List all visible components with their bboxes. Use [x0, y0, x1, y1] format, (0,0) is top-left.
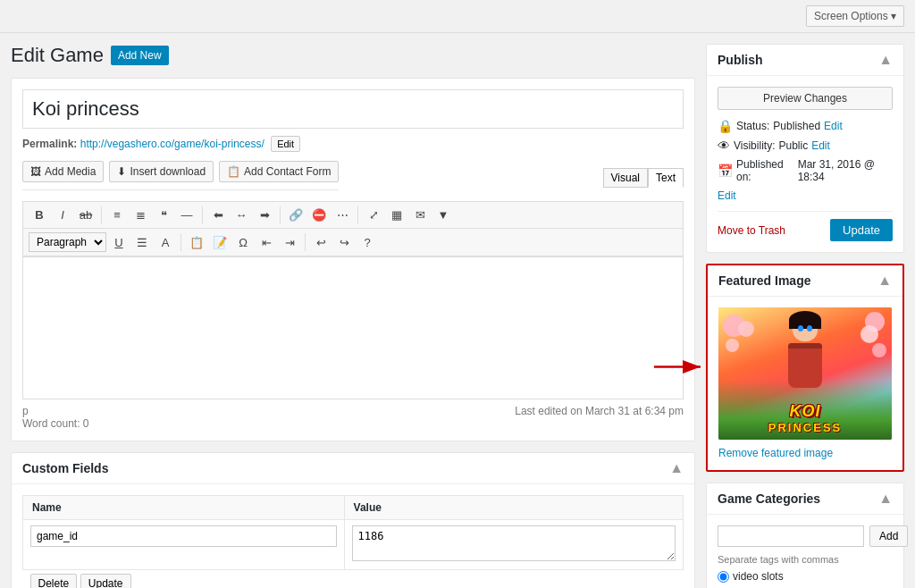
permalink-edit-button[interactable]: Edit — [271, 136, 300, 152]
left-column: Edit Game Add New Permalink: http://vega… — [11, 44, 695, 588]
page-title-row: Edit Game Add New — [11, 44, 695, 67]
cf-col-value: Value — [344, 496, 683, 520]
visibility-icon: 👁 — [718, 139, 730, 153]
red-arrow-icon — [654, 353, 708, 380]
table-button[interactable]: ▦ — [386, 206, 407, 224]
outdent-button[interactable]: ⇤ — [256, 233, 277, 252]
fullscreen-button[interactable]: ⤢ — [363, 206, 384, 224]
video-slots-radio[interactable] — [718, 571, 729, 583]
insert-download-icon: ⬇ — [117, 165, 126, 178]
cf-delete-1[interactable]: Delete — [30, 574, 78, 588]
unlink-button[interactable]: ⛔ — [308, 206, 330, 224]
word-count-value: 0 — [83, 417, 89, 430]
category-input[interactable] — [718, 525, 864, 547]
insert-more-button[interactable]: ⋯ — [332, 206, 353, 224]
add-contact-form-icon: 📋 — [227, 165, 240, 178]
permalink-label: Permalink: — [22, 138, 77, 150]
publish-status-row: 🔒 Status: Published Edit — [718, 119, 893, 133]
word-count-label: Word count: — [22, 417, 80, 430]
underline-button[interactable]: U — [108, 233, 130, 252]
insert-download-button[interactable]: ⬇ Insert download — [109, 161, 214, 182]
strikethrough-button[interactable]: ab — [75, 206, 97, 224]
post-title-input[interactable] — [22, 89, 684, 129]
text-color-button[interactable]: A — [155, 233, 176, 252]
align-right-button[interactable]: ➡ — [254, 206, 275, 224]
published-edit-link[interactable]: Edit — [718, 189, 736, 202]
game-categories-content: Add Separate tags with commas video slot… — [707, 515, 903, 588]
toolbar-separator-4 — [357, 206, 358, 224]
toolbar-separator-1 — [101, 206, 102, 224]
kitchen-sink-button[interactable]: ▼ — [432, 206, 454, 224]
tab-visual[interactable]: Visual — [603, 168, 648, 188]
italic-button[interactable]: I — [52, 206, 73, 224]
publish-box-title: Publish — [718, 53, 763, 67]
undo-button[interactable]: ↩ — [310, 233, 332, 252]
top-bar: Screen Options ▾ — [0, 0, 915, 33]
blossom-5 — [726, 339, 739, 352]
add-contact-form-button[interactable]: 📋 Add Contact Form — [219, 161, 339, 182]
blossom-4 — [860, 325, 878, 343]
cf-name-1[interactable] — [30, 525, 337, 547]
toolbar-row-2: Paragraph U ☰ A 📋 📝 Ω ⇤ ⇥ ↩ ↪ ? — [23, 229, 683, 256]
cf-value-1[interactable]: 1186 — [352, 525, 676, 561]
ordered-list-button[interactable]: ≣ — [130, 206, 151, 224]
update-button[interactable]: Update — [830, 219, 893, 241]
media-buttons-row: 🖼 Add Media ⬇ Insert download 📋 Add Cont… — [22, 161, 339, 190]
game-categories-header[interactable]: Game Categories ▲ — [707, 483, 903, 515]
tab-text[interactable]: Text — [648, 168, 684, 188]
add-new-button[interactable]: Add New — [111, 46, 169, 65]
publish-box-header[interactable]: Publish ▲ — [707, 45, 903, 76]
cf-action-row-1: Delete Update — [23, 570, 684, 589]
game-title-overlay: Koi PRINCESS — [718, 402, 892, 434]
eye-right — [807, 325, 812, 332]
publish-box: Publish ▲ Preview Changes 🔒 Status: Publ… — [706, 44, 904, 253]
bold-button[interactable]: B — [29, 206, 50, 224]
editor-box: Permalink: http://vegashero.co/game/koi-… — [11, 78, 695, 441]
toolbar-separator-3 — [280, 206, 281, 224]
anime-character — [783, 316, 827, 392]
paste-text-button[interactable]: 📋 — [186, 233, 207, 252]
cf-update-1[interactable]: Update — [80, 574, 131, 588]
visibility-edit-link[interactable]: Edit — [811, 139, 830, 152]
move-to-trash-link[interactable]: Move to Trash — [718, 224, 785, 237]
preview-changes-button[interactable]: Preview Changes — [718, 87, 893, 110]
help-button[interactable]: ? — [357, 233, 378, 252]
justify-button[interactable]: ☰ — [131, 233, 153, 252]
hr-button[interactable]: — — [176, 206, 197, 224]
editor-footer: p Word count: 0 Last edited on March 31 … — [22, 405, 684, 430]
add-media-icon: 🖼 — [30, 165, 41, 178]
indent-button[interactable]: ⇥ — [279, 233, 300, 252]
character-head — [793, 316, 818, 341]
link-button[interactable]: 🔗 — [285, 206, 306, 224]
publish-box-content: Preview Changes 🔒 Status: Published Edit… — [707, 76, 903, 252]
format-select[interactable]: Paragraph — [29, 232, 106, 252]
cf-col-name: Name — [23, 496, 345, 520]
featured-image-title: Featured Image — [718, 273, 810, 288]
editor-content-area[interactable] — [22, 256, 684, 399]
custom-fields-header[interactable]: Custom Fields ▲ — [12, 453, 694, 484]
koi-text: Koi — [789, 402, 820, 420]
game-categories-box: Game Categories ▲ Add Separate tags with… — [706, 483, 904, 588]
permalink-link[interactable]: http://vegashero.co/game/koi-princess/ — [80, 138, 264, 150]
remove-featured-image-link[interactable]: Remove featured image — [718, 447, 892, 459]
category-input-row: Add — [718, 525, 893, 547]
add-category-button[interactable]: Add — [869, 525, 908, 547]
add-media-button[interactable]: 🖼 Add Media — [22, 161, 104, 182]
page-title: Edit Game — [11, 44, 104, 67]
special-chars-button[interactable]: Ω — [232, 233, 254, 252]
paste-word-button[interactable]: 📝 — [209, 233, 231, 252]
redo-button[interactable]: ↪ — [333, 233, 355, 252]
featured-image-content: Koi PRINCESS Remove featured image — [708, 297, 902, 470]
unordered-list-button[interactable]: ≡ — [106, 206, 128, 224]
featured-image-header[interactable]: Featured Image ▲ — [708, 265, 902, 297]
email-button[interactable]: ✉ — [409, 206, 431, 224]
princess-text: PRINCESS — [768, 421, 842, 434]
editor-status: p Word count: 0 — [22, 405, 89, 430]
align-left-button[interactable]: ⬅ — [207, 206, 229, 224]
custom-fields-box: Custom Fields ▲ Name Value — [11, 452, 695, 588]
align-center-button[interactable]: ↔ — [231, 206, 252, 224]
blockquote-button[interactable]: ❝ — [153, 206, 174, 224]
screen-options-button[interactable]: Screen Options ▾ — [806, 5, 904, 27]
video-slots-row: video slots — [718, 570, 893, 583]
status-edit-link[interactable]: Edit — [824, 120, 843, 132]
